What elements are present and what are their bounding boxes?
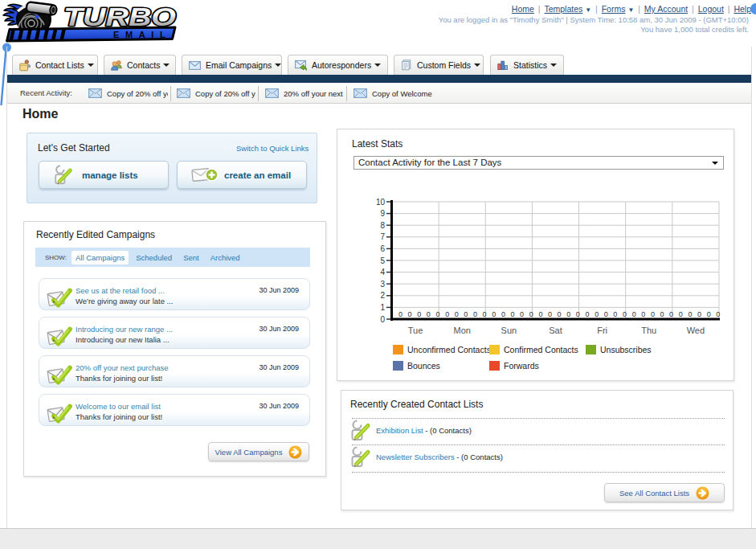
svg-text:10: 10 <box>376 198 386 207</box>
svg-text:0: 0 <box>632 310 636 318</box>
svg-text:0: 0 <box>435 310 439 318</box>
svg-text:0: 0 <box>613 310 617 318</box>
svg-text:0: 0 <box>520 310 524 318</box>
svg-text:Bounces: Bounces <box>407 361 440 371</box>
svg-text:9: 9 <box>380 209 385 218</box>
svg-text:6: 6 <box>380 244 385 253</box>
svg-text:Sun: Sun <box>501 326 517 335</box>
svg-text:0: 0 <box>716 310 720 318</box>
svg-text:0: 0 <box>529 310 533 318</box>
svg-text:Sat: Sat <box>549 326 562 335</box>
svg-text:0: 0 <box>623 310 627 318</box>
svg-text:0: 0 <box>398 310 403 318</box>
svg-text:0: 0 <box>473 310 477 318</box>
svg-text:0: 0 <box>380 315 385 324</box>
svg-text:0: 0 <box>417 310 421 318</box>
svg-text:0: 0 <box>641 310 645 318</box>
svg-text:0: 0 <box>660 310 664 318</box>
svg-text:0: 0 <box>427 310 431 318</box>
svg-text:0: 0 <box>566 310 570 318</box>
svg-text:Wed: Wed <box>687 326 705 335</box>
svg-text:4: 4 <box>380 268 385 277</box>
svg-text:Unsubscribes: Unsubscribes <box>600 345 652 354</box>
svg-text:0: 0 <box>464 310 468 318</box>
svg-text:0: 0 <box>604 310 608 318</box>
svg-text:0: 0 <box>595 310 599 318</box>
svg-text:0: 0 <box>679 310 683 318</box>
svg-text:0: 0 <box>586 310 590 318</box>
svg-text:Tue: Tue <box>408 326 423 335</box>
svg-text:0: 0 <box>697 310 701 318</box>
svg-text:Forwards: Forwards <box>504 361 539 371</box>
svg-text:3: 3 <box>380 280 385 289</box>
svg-text:Thu: Thu <box>641 326 656 335</box>
svg-text:Mon: Mon <box>454 326 471 335</box>
svg-text:7: 7 <box>380 232 385 241</box>
svg-text:0: 0 <box>501 310 505 318</box>
svg-text:0: 0 <box>576 310 580 318</box>
svg-text:0: 0 <box>651 310 655 318</box>
svg-text:0: 0 <box>669 310 673 318</box>
svg-text:0: 0 <box>483 310 487 318</box>
svg-text:0: 0 <box>707 310 711 318</box>
svg-text:2: 2 <box>380 291 385 300</box>
svg-text:5: 5 <box>380 256 385 265</box>
svg-text:0: 0 <box>408 310 412 318</box>
svg-text:0: 0 <box>688 310 692 318</box>
svg-text:0: 0 <box>558 310 562 318</box>
svg-text:Confirmed Contacts: Confirmed Contacts <box>504 345 578 354</box>
svg-text:8: 8 <box>380 221 385 230</box>
svg-text:Unconfirmed Contacts: Unconfirmed Contacts <box>407 345 491 354</box>
svg-text:0: 0 <box>548 310 552 318</box>
svg-text:0: 0 <box>510 310 514 318</box>
svg-text:0: 0 <box>538 310 542 318</box>
svg-text:0: 0 <box>492 310 496 318</box>
svg-text:EMAIL: EMAIL <box>113 30 171 39</box>
svg-text:Fri: Fri <box>597 326 607 335</box>
svg-text:0: 0 <box>455 310 459 318</box>
svg-text:0: 0 <box>445 310 449 318</box>
svg-text:1: 1 <box>380 303 385 312</box>
